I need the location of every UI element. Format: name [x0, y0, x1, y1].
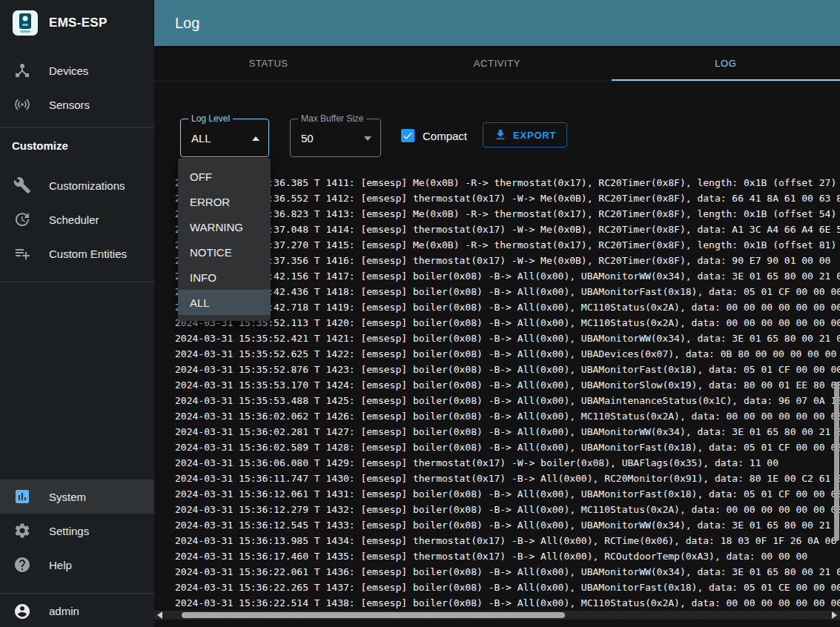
playlist-add-icon — [13, 245, 31, 262]
sidebar-item-system[interactable]: System — [0, 480, 154, 514]
tab-status[interactable]: STATUS — [154, 46, 383, 81]
log-line: 2024-03-31 15:36:17.460 T 1435: [emsesp]… — [175, 548, 840, 564]
chevron-down-icon — [364, 136, 371, 141]
menu-item-off[interactable]: OFF — [178, 164, 271, 189]
app-root: EMS-ESP Devices Sensors Customize Custom… — [0, 0, 840, 627]
log-line: 2024-03-31 15:35:53.170 T 1424: [emsesp]… — [175, 377, 840, 393]
check-icon — [402, 130, 414, 142]
log-line: 2024-03-31 15:35:37.356 T 1416: [emsesp]… — [175, 253, 840, 268]
horizontal-scrollbar-thumb[interactable] — [182, 612, 565, 618]
log-line: 2024-03-31 15:36:22.061 T 1436: [emsesp]… — [175, 564, 840, 580]
log-line: 2024-03-31 15:35:36.823 T 1413: [emsesp]… — [175, 206, 840, 222]
horizontal-scrollbar[interactable] — [154, 611, 840, 620]
sidebar-user-admin[interactable]: admin — [0, 595, 154, 627]
menu-item-warning[interactable]: WARNING — [178, 214, 271, 239]
sidebar-divider — [0, 127, 154, 128]
sidebar-section-customize: Customize — [0, 129, 154, 163]
log-line: 2024-03-31 15:36:22.514 T 1438: [emsesp]… — [175, 595, 840, 611]
account-circle-icon — [13, 603, 31, 620]
ems-esp-logo-icon — [12, 10, 39, 36]
chart-icon — [13, 488, 31, 505]
log-line: 2024-03-31 15:36:12.545 T 1433: [emsesp]… — [175, 517, 840, 533]
scroll-left-arrow-icon[interactable] — [157, 611, 162, 619]
schedule-icon — [13, 210, 31, 228]
log-line: 2024-03-31 15:35:42.436 T 1418: [emsesp]… — [175, 284, 840, 299]
compact-checkbox[interactable] — [401, 129, 414, 142]
sidebar-item-label: Customizations — [49, 179, 125, 192]
log-line: 2024-03-31 15:36:11.747 T 1430: [emsesp]… — [175, 471, 840, 486]
log-line: 2024-03-31 15:35:37.270 T 1415: [emsesp]… — [175, 237, 840, 253]
help-icon — [13, 556, 31, 574]
log-line: 2024-03-31 15:36:06.080 T 1429: [emsesp]… — [175, 455, 840, 471]
app-title: EMS-ESP — [49, 16, 108, 30]
log-line: 2024-03-31 15:35:37.048 T 1414: [emsesp]… — [175, 222, 840, 237]
user-label: admin — [49, 605, 79, 617]
export-button[interactable]: EXPORT — [483, 122, 567, 147]
topbar: Log — [154, 0, 840, 46]
sidebar-divider — [0, 593, 154, 594]
log-line: 2024-03-31 15:36:02.062 T 1426: [emsesp]… — [175, 408, 840, 424]
devices-icon — [13, 62, 31, 79]
log-line: 2024-03-31 15:36:12.279 T 1432: [emsesp]… — [175, 502, 840, 517]
sidebar-item-scheduler[interactable]: Scheduler — [0, 202, 154, 236]
export-label: EXPORT — [513, 130, 556, 141]
sidebar-item-custom-entities[interactable]: Custom Entities — [0, 236, 154, 271]
max-buffer-select[interactable]: Max Buffer Size 50 — [290, 119, 381, 157]
gear-icon — [13, 522, 31, 540]
tab-bar: STATUS ACTIVITY LOG — [154, 46, 840, 82]
max-buffer-value: 50 — [301, 132, 314, 145]
compact-checkbox-row[interactable]: Compact — [401, 122, 467, 149]
page-title: Log — [175, 15, 199, 32]
menu-item-info[interactable]: INFO — [178, 265, 271, 290]
menu-item-notice[interactable]: NOTICE — [178, 239, 271, 265]
build-icon — [13, 176, 31, 194]
download-icon — [494, 128, 507, 142]
log-line: 2024-03-31 15:36:02.281 T 1427: [emsesp]… — [175, 424, 840, 439]
log-line: 2024-03-31 15:35:52.113 T 1420: [emsesp]… — [175, 315, 840, 331]
sidebar-item-label: Settings — [49, 525, 89, 537]
log-line: 2024-03-31 15:35:42.718 T 1419: [emsesp]… — [175, 299, 840, 315]
log-line: 2024-03-31 15:35:42.156 T 1417: [emsesp]… — [175, 268, 840, 284]
sensors-icon — [13, 96, 31, 113]
log-line: 2024-03-31 15:35:52.876 T 1423: [emsesp]… — [175, 362, 840, 377]
menu-item-error[interactable]: ERROR — [178, 189, 271, 214]
max-buffer-label: Max Buffer Size — [298, 113, 366, 124]
sidebar-item-label: Custom Entities — [49, 248, 127, 260]
log-level-label: Log Level — [188, 113, 233, 124]
log-line: 2024-03-31 15:35:53.488 T 1425: [emsesp]… — [175, 393, 840, 408]
log-panel: Log Level ALL Max Buffer Size 50 Compact… — [154, 82, 840, 627]
compact-label: Compact — [423, 130, 467, 142]
log-line: 2024-03-31 15:36:02.589 T 1428: [emsesp]… — [175, 439, 840, 455]
sidebar-item-settings[interactable]: Settings — [0, 514, 154, 548]
log-line: 2024-03-31 15:35:36.385 T 1411: [emsesp]… — [175, 175, 840, 190]
log-line: 2024-03-31 15:36:22.265 T 1437: [emsesp]… — [175, 580, 840, 595]
log-line: 2024-03-31 15:35:36.552 T 1412: [emsesp]… — [175, 190, 840, 206]
sidebar-item-label: Devices — [49, 64, 88, 77]
menu-item-all[interactable]: ALL — [178, 290, 271, 315]
sidebar-item-customizations[interactable]: Customizations — [0, 168, 154, 202]
tab-log[interactable]: LOG — [612, 46, 840, 81]
sidebar-item-label: Scheduler — [49, 213, 99, 226]
vertical-scrollbar-thumb[interactable] — [834, 382, 839, 541]
app-header: EMS-ESP — [0, 0, 154, 46]
log-line: 2024-03-31 15:35:52.625 T 1422: [emsesp]… — [175, 346, 840, 362]
tab-activity[interactable]: ACTIVITY — [383, 46, 611, 81]
sidebar-divider — [0, 282, 154, 282]
sidebar: EMS-ESP Devices Sensors Customize Custom… — [0, 0, 154, 627]
sidebar-item-sensors[interactable]: Sensors — [0, 87, 154, 122]
sidebar-item-help[interactable]: Help — [0, 548, 154, 582]
log-level-value: ALL — [191, 132, 211, 145]
log-line: 2024-03-31 15:36:12.061 T 1431: [emsesp]… — [175, 486, 840, 502]
chevron-up-icon — [252, 136, 259, 141]
sidebar-item-devices[interactable]: Devices — [0, 53, 154, 87]
log-level-menu: OFF ERROR WARNING NOTICE INFO ALL — [178, 158, 271, 321]
log-line: 2024-03-31 15:35:52.421 T 1421: [emsesp]… — [175, 331, 840, 346]
log-level-select[interactable]: Log Level ALL — [180, 119, 269, 157]
sidebar-item-label: Sensors — [49, 99, 90, 111]
sidebar-item-label: Help — [49, 559, 72, 571]
log-line: 2024-03-31 15:36:13.985 T 1434: [emsesp]… — [175, 533, 840, 548]
sidebar-item-label: System — [49, 491, 86, 503]
scroll-right-arrow-icon[interactable] — [832, 611, 837, 619]
